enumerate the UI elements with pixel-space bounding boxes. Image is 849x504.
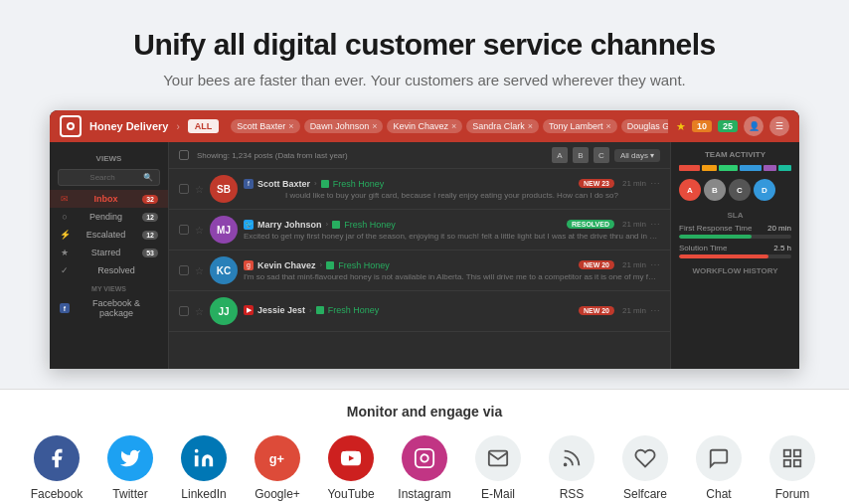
linkedin-channel-icon	[181, 435, 227, 481]
sla-first-label: First Response Time	[679, 224, 752, 233]
conv-header: f Scott Baxter › Fresh Honey NEW 23 21 m…	[244, 178, 660, 189]
activity-title: TEAM ACTIVITY	[679, 150, 791, 159]
logo-inner	[67, 122, 75, 130]
svg-point-0	[195, 449, 199, 453]
selfcare-channel-icon	[622, 435, 668, 481]
bottom-section: Monitor and engage via Facebook Twitter …	[0, 389, 849, 504]
filter-b-btn[interactable]: B	[573, 147, 589, 163]
orange-count: 10	[692, 120, 712, 132]
svg-point-5	[565, 464, 567, 466]
selfcare-channel-label: Selfcare	[623, 487, 667, 501]
conv-star[interactable]: ☆	[195, 184, 204, 195]
conv-header: ▶ Jessie Jest › Fresh Honey NEW 20 21 mi…	[244, 305, 660, 316]
sla-first-bar-bg	[679, 235, 791, 239]
escalated-count: 12	[142, 231, 158, 240]
conv-name: Marry Johnson	[257, 220, 322, 230]
tag-scott[interactable]: Scott Baxter×	[231, 119, 299, 133]
sla-solution-bar-bg	[679, 254, 791, 258]
conv-checkbox[interactable]	[179, 184, 189, 194]
tag-tony[interactable]: Tony Lambert×	[543, 119, 617, 133]
conv-checkbox[interactable]	[179, 306, 189, 316]
channel-facebook[interactable]: Facebook	[20, 435, 93, 501]
sidebar-search[interactable]: Search 🔍	[58, 169, 160, 186]
conv-mailbox: Fresh Honey	[333, 179, 385, 189]
starred-label: Starred	[75, 248, 137, 257]
channel-email[interactable]: E-Mail	[461, 435, 535, 501]
pending-count: 12	[142, 213, 158, 222]
agent-avatar-3: C	[729, 179, 751, 201]
app-logo	[60, 115, 82, 137]
channel-chat[interactable]: Chat	[682, 435, 756, 501]
sidebar-item-pending[interactable]: ○ Pending 12	[50, 208, 168, 226]
channel-forum[interactable]: Forum	[756, 435, 829, 501]
channel-linkedin[interactable]: LinkedIn	[167, 435, 241, 501]
inbox-label: Inbox	[75, 194, 137, 204]
topbar-right: ★ 10 25 👤 ☰	[676, 116, 789, 136]
conv-item-marry[interactable]: ☆ MJ 🐦 Marry Johnson › Fresh Honey	[169, 210, 670, 251]
conv-name: Scott Baxter	[257, 179, 310, 189]
conv-preview: I would like to buy your gift card, beca…	[244, 191, 660, 200]
facebook-platform-icon: f	[244, 179, 254, 189]
tag-douglas[interactable]: Douglas Griffin×	[621, 119, 668, 133]
svg-text:g+: g+	[269, 451, 284, 466]
conv-item-kevin[interactable]: ☆ KC g Kevin Chavez › Fresh Honey N	[169, 251, 670, 291]
conv-dots: ⋯	[650, 259, 660, 270]
select-all-checkbox[interactable]	[179, 150, 189, 160]
chat-channel-label: Chat	[706, 487, 731, 501]
sla-section: SLA First Response Time 20 min Solution …	[679, 211, 791, 258]
color-bar-red	[679, 165, 700, 171]
tag-kevin[interactable]: Kevin Chavez×	[387, 119, 462, 133]
twitter-platform-icon: 🐦	[244, 220, 254, 230]
conv-star[interactable]: ☆	[195, 306, 204, 317]
googleplus-platform-icon: g	[244, 260, 254, 270]
conv-item-jessie[interactable]: ☆ JJ ▶ Jessie Jest › Fresh Honey NE	[169, 291, 670, 332]
sla-first-response-header: First Response Time 20 min	[679, 224, 791, 233]
page-subtitle: Your bees are faster than ever. Your cus…	[20, 72, 829, 88]
conv-item-scott[interactable]: ☆ SB f Scott Baxter › Fresh Honey N	[169, 169, 670, 210]
channel-youtube[interactable]: YouTube	[314, 435, 388, 501]
views-label: VIEWS	[50, 150, 168, 165]
tag-dawn[interactable]: Dawn Johnson×	[304, 119, 384, 133]
dashboard-main: Showing: 1,234 posts (Data from last yea…	[169, 142, 670, 369]
filter-c-btn[interactable]: C	[594, 147, 609, 163]
conv-checkbox[interactable]	[179, 265, 189, 275]
conv-star[interactable]: ☆	[195, 225, 204, 236]
conv-star[interactable]: ☆	[195, 265, 204, 276]
top-section: Unify all digital customer service chann…	[0, 0, 849, 389]
conv-time: 21 min	[622, 306, 646, 315]
svg-rect-9	[784, 460, 790, 466]
mailbox-icon	[332, 221, 340, 229]
channel-twitter[interactable]: Twitter	[93, 435, 167, 501]
color-bar-purple	[764, 165, 775, 171]
sidebar-item-starred[interactable]: ★ Starred 53	[50, 244, 168, 261]
channel-instagram[interactable]: Instagram	[388, 435, 461, 501]
starred-count: 53	[142, 249, 158, 257]
sla-first-response: First Response Time 20 min	[679, 224, 791, 239]
conv-name: Jessie Jest	[257, 305, 305, 315]
svg-rect-8	[794, 460, 800, 466]
sidebar-item-fb-package[interactable]: f Facebook & package	[50, 294, 168, 322]
channel-selfcare[interactable]: Selfcare	[608, 435, 682, 501]
conv-checkbox[interactable]	[179, 225, 189, 235]
all-button[interactable]: ALL	[188, 119, 220, 133]
channels-row: Facebook Twitter LinkedIn g+ Google+ You…	[20, 435, 829, 501]
conv-mailbox: Fresh Honey	[338, 260, 390, 270]
channel-googleplus[interactable]: g+ Google+	[241, 435, 314, 501]
rss-channel-icon	[549, 435, 594, 481]
forum-channel-icon	[769, 435, 815, 481]
menu-icon[interactable]: ☰	[769, 116, 789, 136]
star-icon: ★	[676, 120, 686, 133]
sla-first-value: 20 min	[767, 224, 791, 233]
sidebar-item-inbox[interactable]: ✉ Inbox 32	[50, 190, 168, 208]
conv-dots: ⋯	[650, 219, 660, 230]
color-bar-orange	[702, 165, 717, 171]
sidebar-item-escalated[interactable]: ⚡ Escalated 12	[50, 226, 168, 244]
avatar-icon[interactable]: 👤	[744, 116, 764, 136]
all-days-dropdown[interactable]: All days ▾	[614, 149, 660, 162]
sidebar-item-resolved[interactable]: ✓ Resolved	[50, 261, 168, 279]
channel-rss[interactable]: RSS	[535, 435, 608, 501]
rss-channel-label: RSS	[560, 487, 585, 501]
fb-package-label: Facebook & package	[75, 298, 158, 318]
tag-sandra[interactable]: Sandra Clark×	[466, 119, 539, 133]
filter-a-btn[interactable]: A	[552, 147, 568, 163]
